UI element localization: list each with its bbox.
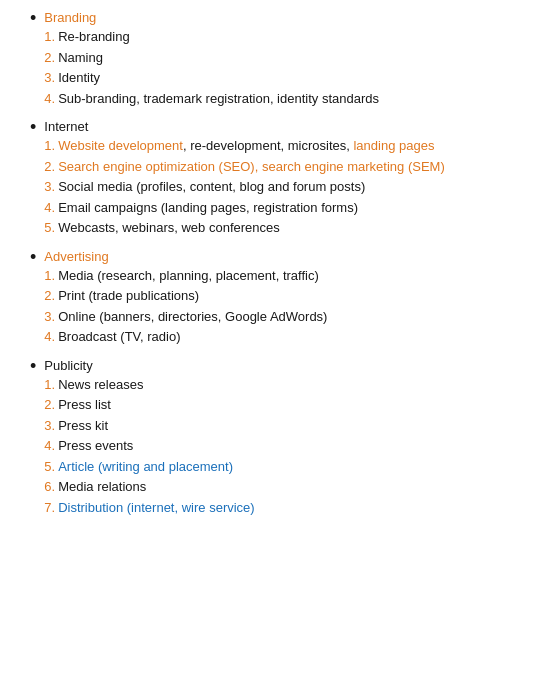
item-text: Re-branding xyxy=(58,27,130,47)
sub-list-internet: 1.Website development, re-development, m… xyxy=(44,136,522,238)
item-number: 6. xyxy=(44,477,55,497)
item-text: Media relations xyxy=(58,477,146,497)
list-item: 7.Distribution (internet, wire service) xyxy=(44,498,522,518)
category-item-publicity: •Publicity1.News releases2.Press list3.P… xyxy=(30,358,522,519)
list-item: 2.Naming xyxy=(44,48,522,68)
list-item: 2.Search engine optimization (SEO), sear… xyxy=(44,157,522,177)
category-title-advertising: Advertising xyxy=(44,249,522,264)
item-text: Online (banners, directories, Google AdW… xyxy=(58,307,327,327)
sub-list-advertising: 1.Media (research, planning, placement, … xyxy=(44,266,522,347)
list-item: 6.Media relations xyxy=(44,477,522,497)
bullet-branding: • xyxy=(30,9,36,27)
list-item: 1.Website development, re-development, m… xyxy=(44,136,522,156)
item-number: 4. xyxy=(44,327,55,347)
item-text: Broadcast (TV, radio) xyxy=(58,327,180,347)
item-number: 3. xyxy=(44,307,55,327)
item-text: Press kit xyxy=(58,416,108,436)
list-item: 1.Media (research, planning, placement, … xyxy=(44,266,522,286)
list-item: 4.Email campaigns (landing pages, regist… xyxy=(44,198,522,218)
item-number: 1. xyxy=(44,266,55,286)
item-number: 1. xyxy=(44,375,55,395)
list-item: 4.Sub-branding, trademark registration, … xyxy=(44,89,522,109)
item-number: 5. xyxy=(44,218,55,238)
list-item: 4.Press events xyxy=(44,436,522,456)
item-number: 7. xyxy=(44,498,55,518)
item-text: Press list xyxy=(58,395,111,415)
item-number: 1. xyxy=(44,27,55,47)
list-item: 1.Re-branding xyxy=(44,27,522,47)
category-title-branding: Branding xyxy=(44,10,522,25)
item-number: 2. xyxy=(44,395,55,415)
sub-list-branding: 1.Re-branding2.Naming3.Identity4.Sub-bra… xyxy=(44,27,522,108)
category-item-branding: •Branding1.Re-branding2.Naming3.Identity… xyxy=(30,10,522,109)
bullet-internet: • xyxy=(30,118,36,136)
list-item: 3.Press kit xyxy=(44,416,522,436)
item-text: News releases xyxy=(58,375,143,395)
item-text: Website development, re-development, mic… xyxy=(58,136,434,156)
list-item: 3.Identity xyxy=(44,68,522,88)
list-item: 3.Online (banners, directories, Google A… xyxy=(44,307,522,327)
list-item: 5.Article (writing and placement) xyxy=(44,457,522,477)
bullet-publicity: • xyxy=(30,357,36,375)
list-item: 3.Social media (profiles, content, blog … xyxy=(44,177,522,197)
item-text: Sub-branding, trademark registration, id… xyxy=(58,89,379,109)
item-text: Media (research, planning, placement, tr… xyxy=(58,266,319,286)
item-number: 1. xyxy=(44,136,55,156)
item-number: 2. xyxy=(44,286,55,306)
list-item: 2.Print (trade publications) xyxy=(44,286,522,306)
item-text: Webcasts, webinars, web conferences xyxy=(58,218,280,238)
item-number: 4. xyxy=(44,198,55,218)
item-text: Article (writing and placement) xyxy=(58,457,233,477)
item-text: Identity xyxy=(58,68,100,88)
item-number: 3. xyxy=(44,416,55,436)
list-item: 4.Broadcast (TV, radio) xyxy=(44,327,522,347)
item-number: 4. xyxy=(44,436,55,456)
item-text: Social media (profiles, content, blog an… xyxy=(58,177,365,197)
item-number: 5. xyxy=(44,457,55,477)
main-list: •Branding1.Re-branding2.Naming3.Identity… xyxy=(20,10,522,518)
item-text: Print (trade publications) xyxy=(58,286,199,306)
item-number: 2. xyxy=(44,157,55,177)
category-title-publicity: Publicity xyxy=(44,358,522,373)
item-text: Distribution (internet, wire service) xyxy=(58,498,255,518)
list-item: 2.Press list xyxy=(44,395,522,415)
category-title-internet: Internet xyxy=(44,119,522,134)
category-item-advertising: •Advertising1.Media (research, planning,… xyxy=(30,249,522,348)
item-number: 3. xyxy=(44,68,55,88)
item-text: Search engine optimization (SEO), search… xyxy=(58,157,445,177)
list-item: 1.News releases xyxy=(44,375,522,395)
sub-list-publicity: 1.News releases2.Press list3.Press kit4.… xyxy=(44,375,522,518)
item-text: Email campaigns (landing pages, registra… xyxy=(58,198,358,218)
item-number: 2. xyxy=(44,48,55,68)
item-text: Press events xyxy=(58,436,133,456)
list-item: 5.Webcasts, webinars, web conferences xyxy=(44,218,522,238)
item-text: Naming xyxy=(58,48,103,68)
category-item-internet: •Internet1.Website development, re-devel… xyxy=(30,119,522,239)
bullet-advertising: • xyxy=(30,248,36,266)
item-number: 4. xyxy=(44,89,55,109)
item-number: 3. xyxy=(44,177,55,197)
